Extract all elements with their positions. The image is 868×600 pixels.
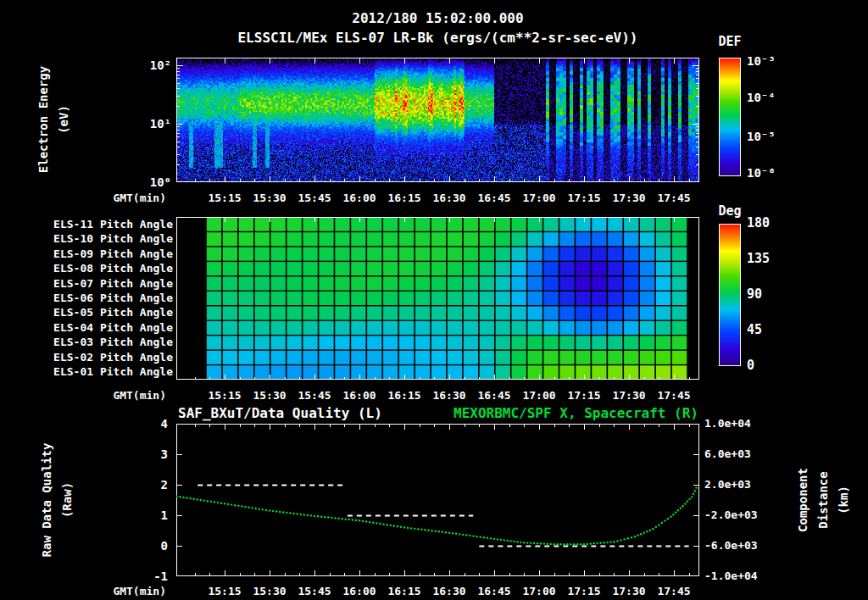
x-tick-label: 17:30 <box>605 192 653 205</box>
deg-colorbar <box>719 224 741 366</box>
quality-ytick-label: -1 <box>125 569 168 583</box>
gmt-axis-label: GMT(min) <box>81 389 166 403</box>
x-tick-label: 17:15 <box>560 389 608 403</box>
x-tick-label: 17:00 <box>515 192 563 205</box>
x-tick-label: 17:30 <box>605 389 653 403</box>
x-tick-label: 15:45 <box>291 389 338 403</box>
x-tick-label: 16:30 <box>426 389 473 403</box>
deg-colorbar-tick-label: 0 <box>747 358 798 372</box>
cdaweb-science-plot: 2012/180 15:02:00.000 ELSSCIL/MEx ELS-07… <box>0 0 868 600</box>
pitch-row-label: ELS-11 Pitch Angle <box>34 218 173 231</box>
x-tick-label: 16:00 <box>336 389 383 403</box>
electron-energy-spectrogram-heatmap <box>176 58 699 182</box>
x-tick-label: 17:00 <box>515 585 563 598</box>
pitch-row-label: ELS-10 Pitch Angle <box>34 232 173 246</box>
x-tick-label: 16:45 <box>470 585 518 598</box>
x-tick-label: 15:45 <box>291 192 338 205</box>
quality-ytick-label: 0 <box>125 539 168 553</box>
pitch-row-label: ELS-01 Pitch Angle <box>34 365 173 379</box>
x-tick-label: 15:30 <box>246 192 293 205</box>
def-colorbar <box>719 58 741 176</box>
pitch-row-label: ELS-07 Pitch Angle <box>34 277 173 291</box>
distance-ytick-label: 6.0e+03 <box>704 447 781 461</box>
quality-ytick-label: 4 <box>125 417 168 431</box>
gmt-axis-label: GMT(min) <box>81 585 166 598</box>
x-tick-label: 16:00 <box>336 192 383 205</box>
distance-ytick-label: -6.0e+03 <box>704 539 781 553</box>
x-tick-label: 16:45 <box>470 192 518 205</box>
x-tick-label: 15:30 <box>246 389 293 403</box>
x-tick-label: 17:45 <box>650 389 698 403</box>
x-tick-label: 16:15 <box>381 389 428 403</box>
x-tick-label: 16:00 <box>336 585 383 598</box>
distance-y-axis-label: Component Distance (km) <box>793 468 854 532</box>
x-tick-label: 15:15 <box>201 389 248 403</box>
quality-ytick-label: 2 <box>125 478 168 492</box>
pitch-row-label: ELS-08 Pitch Angle <box>34 262 173 275</box>
def-colorbar-title: DEF <box>704 34 755 49</box>
x-tick-label: 15:45 <box>291 585 338 598</box>
spectrogram-panel-title: ELSSCIL/MEx ELS-07 LR-Bk (ergs/(cm**2-sr… <box>176 30 699 46</box>
x-tick-label: 17:45 <box>650 585 698 598</box>
x-tick-label: 17:15 <box>560 585 608 598</box>
deg-colorbar-tick-label: 45 <box>747 323 798 336</box>
spectrogram-ytick-label: 10² <box>134 58 171 72</box>
pitch-row-label: ELS-03 Pitch Angle <box>34 336 173 349</box>
def-colorbar-tick-label: 10⁻⁴ <box>747 91 798 104</box>
spacecraft-series-title: MEXORBMC/SPF X, Spacecraft (R) <box>176 405 698 421</box>
x-tick-label: 16:45 <box>470 389 518 403</box>
quality-ytick-label: 3 <box>125 447 168 461</box>
quality-y-axis-label: Raw Data Quality (Raw) <box>37 443 78 558</box>
pitch-angle-heatmap <box>176 217 699 380</box>
x-tick-label: 17:00 <box>515 389 563 403</box>
distance-ytick-label: 2.0e+03 <box>704 478 781 492</box>
def-colorbar-tick-label: 10⁻⁶ <box>747 166 798 180</box>
pitch-row-label: ELS-09 Pitch Angle <box>34 247 173 261</box>
deg-colorbar-tick-label: 180 <box>747 216 798 230</box>
x-tick-label: 17:15 <box>560 192 608 205</box>
deg-colorbar-tick-label: 90 <box>747 287 798 301</box>
deg-colorbar-tick-label: 135 <box>747 252 798 265</box>
spectrogram-y-axis-label: Electron Energy (eV) <box>34 66 75 173</box>
x-tick-label: 17:45 <box>650 192 698 205</box>
x-tick-label: 16:15 <box>381 192 428 205</box>
pitch-row-label: ELS-06 Pitch Angle <box>34 292 173 305</box>
pitch-row-label: ELS-02 Pitch Angle <box>34 351 173 364</box>
quality-distance-line-chart <box>176 424 699 576</box>
x-tick-label: 15:15 <box>201 585 248 598</box>
x-tick-label: 15:30 <box>246 585 293 598</box>
x-tick-label: 16:30 <box>426 585 473 598</box>
distance-ytick-label: -2.0e+03 <box>704 508 781 522</box>
x-tick-label: 16:30 <box>426 192 473 205</box>
spectrogram-ytick-label: 10⁰ <box>134 175 171 189</box>
plot-datetime-title: 2012/180 15:02:00.000 <box>176 10 699 26</box>
pitch-row-label: ELS-04 Pitch Angle <box>34 321 173 335</box>
gmt-axis-label: GMT(min) <box>81 192 166 205</box>
spectrogram-ytick-label: 10¹ <box>134 117 171 131</box>
quality-ytick-label: 1 <box>125 508 168 522</box>
x-tick-label: 17:30 <box>605 585 653 598</box>
def-colorbar-tick-label: 10⁻⁵ <box>747 130 798 143</box>
x-tick-label: 15:15 <box>201 192 248 205</box>
x-tick-label: 16:15 <box>381 585 428 598</box>
distance-ytick-label: -1.0e+04 <box>704 569 781 583</box>
pitch-row-label: ELS-05 Pitch Angle <box>34 306 173 319</box>
def-colorbar-tick-label: 10⁻³ <box>747 54 798 68</box>
distance-ytick-label: 1.0e+04 <box>704 417 781 431</box>
